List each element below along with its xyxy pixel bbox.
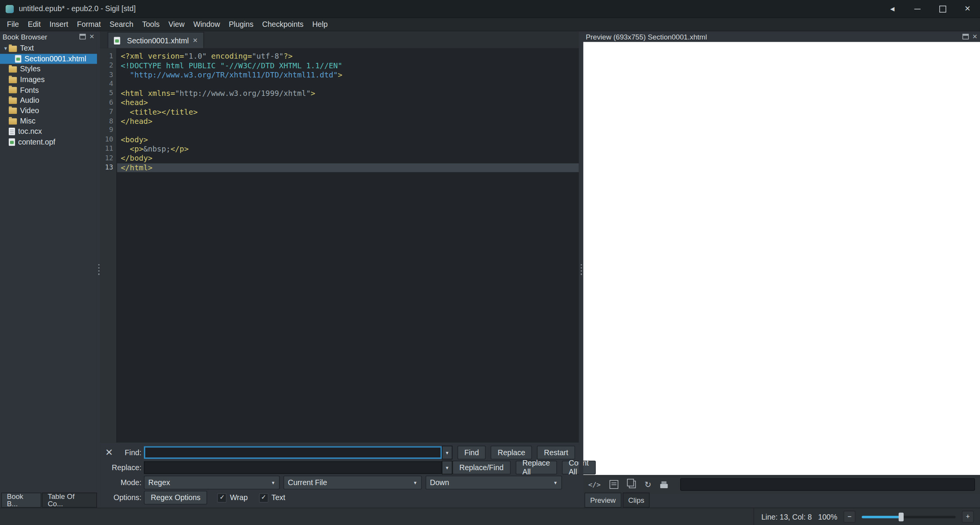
dock-tab-book-browser[interactable]: Book B... xyxy=(1,493,41,508)
code-line[interactable]: <?xml version="1.0" encoding="utf-8"?> xyxy=(117,52,579,61)
code-line[interactable]: <head> xyxy=(117,98,579,107)
left-splitter[interactable] xyxy=(97,31,100,508)
menu-item-search[interactable]: Search xyxy=(105,18,138,31)
options-row: Options: Regex Options ✓ Wrap ✓ Text xyxy=(100,490,579,505)
tree-item-toc-ncx[interactable]: toc.ncx xyxy=(0,126,97,137)
float-panel-icon[interactable] xyxy=(79,34,86,39)
menu-item-plugins[interactable]: Plugins xyxy=(224,18,258,31)
replace-history-dropdown[interactable]: ▼ xyxy=(442,461,452,474)
maximize-button[interactable] xyxy=(930,0,955,18)
text-checkbox-label: Text xyxy=(271,493,285,502)
wrap-checkbox[interactable]: ✓ Wrap xyxy=(217,493,248,502)
scope-combobox[interactable]: Current File ▼ xyxy=(283,476,422,489)
dock-tab-clips[interactable]: Clips xyxy=(623,493,650,508)
float-panel-icon[interactable] xyxy=(962,34,968,39)
code-line[interactable]: <html xmlns="http://www.w3.org/1999/xhtm… xyxy=(117,89,579,98)
text-checkbox[interactable]: ✓ Text xyxy=(259,493,285,502)
tree-item-section0001-xhtml[interactable]: Section0001.xhtml xyxy=(0,54,97,64)
zoom-out-button[interactable]: − xyxy=(844,511,855,523)
code-line[interactable]: </body> xyxy=(117,154,579,163)
direction-combobox[interactable]: Down ▼ xyxy=(426,476,562,489)
editor-tab-section0001[interactable]: Section0001.xhtml ✕ xyxy=(108,32,204,48)
folder-icon xyxy=(9,66,17,72)
tree-item-images[interactable]: Images xyxy=(0,74,97,85)
file-icon xyxy=(9,128,15,135)
code-line[interactable]: <body> xyxy=(117,135,579,145)
tree-item-fonts[interactable]: Fonts xyxy=(0,85,97,95)
regex-options-button[interactable]: Regex Options xyxy=(144,491,207,505)
mode-combobox[interactable]: Regex ▼ xyxy=(144,476,280,489)
xhtml-file-icon xyxy=(114,36,120,44)
find-input[interactable] xyxy=(144,446,442,459)
tree-item-label: toc.ncx xyxy=(18,127,42,136)
editor-tab-label: Section0001.xhtml xyxy=(127,36,189,45)
code-line[interactable]: </html> xyxy=(117,163,579,172)
tree-item-label: Section0001.xhtml xyxy=(25,54,86,63)
tree-item-video[interactable]: Video xyxy=(0,105,97,116)
find-button[interactable]: Find xyxy=(457,446,486,459)
menu-item-help[interactable]: Help xyxy=(308,18,332,31)
tab-close-icon[interactable]: ✕ xyxy=(192,37,198,43)
slider-handle[interactable] xyxy=(899,512,904,521)
code-line[interactable]: </head> xyxy=(117,117,579,126)
folder-icon xyxy=(9,118,17,124)
dock-tab-preview[interactable]: Preview xyxy=(584,493,621,508)
refresh-icon[interactable]: ↻ xyxy=(645,480,651,489)
tree-item-styles[interactable]: Styles xyxy=(0,64,97,74)
code-line[interactable] xyxy=(117,80,579,89)
close-find-replace-button[interactable]: ✕ xyxy=(105,448,113,457)
find-history-dropdown[interactable]: ▼ xyxy=(442,446,452,459)
line-number: 4 xyxy=(100,80,116,89)
replace-input[interactable] xyxy=(144,461,442,474)
close-button[interactable]: ✕ xyxy=(955,0,980,18)
tree-item-audio[interactable]: Audio xyxy=(0,95,97,105)
expand-caret-icon[interactable]: ▾ xyxy=(3,45,9,51)
minimize-button[interactable] xyxy=(905,0,930,18)
folder-icon xyxy=(9,46,17,52)
menu-item-checkpoints[interactable]: Checkpoints xyxy=(258,18,308,31)
tree-item-label: content.opf xyxy=(18,137,55,146)
window-menu-arrow-button[interactable]: ◀ xyxy=(880,0,905,18)
restart-button[interactable]: Restart xyxy=(537,446,575,459)
preview-address-bar[interactable] xyxy=(680,478,975,491)
code-line[interactable]: <title></title> xyxy=(117,107,579,117)
preview-title: Preview (693x755) Section0001.xhtml xyxy=(586,33,707,41)
replace-all-button[interactable]: Replace All xyxy=(515,461,557,474)
tree-item-misc[interactable]: Misc xyxy=(0,116,97,126)
mode-value: Regex xyxy=(148,478,170,487)
direction-value: Down xyxy=(430,478,449,487)
folder-icon xyxy=(9,108,17,114)
code-line[interactable]: <!DOCTYPE html PUBLIC "-//W3C//DTD XHTML… xyxy=(117,61,579,71)
arrow-left-icon: ◀ xyxy=(890,6,894,12)
close-panel-icon[interactable]: ✕ xyxy=(972,33,978,39)
code-line[interactable]: <p>&nbsp;</p> xyxy=(117,145,579,154)
tree-item-content-opf[interactable]: content.opf xyxy=(0,137,97,147)
menu-item-format[interactable]: Format xyxy=(72,18,105,31)
right-splitter[interactable] xyxy=(579,31,583,508)
close-panel-icon[interactable]: ✕ xyxy=(89,33,95,39)
menu-item-view[interactable]: View xyxy=(164,18,189,31)
print-icon[interactable] xyxy=(660,481,668,488)
tree-item-text[interactable]: ▾Text xyxy=(0,43,97,54)
title-bar: untitled.epub* - epub2.0 - Sigil [std] ◀… xyxy=(0,0,980,18)
code-line[interactable]: "http://www.w3.org/TR/xhtml11/DTD/xhtml1… xyxy=(117,71,579,80)
line-number: 6 xyxy=(100,98,116,107)
menu-item-edit[interactable]: Edit xyxy=(23,18,45,31)
menu-item-file[interactable]: File xyxy=(3,18,23,31)
code-line[interactable] xyxy=(117,126,579,135)
replace-button[interactable]: Replace xyxy=(491,446,532,459)
zoom-in-button[interactable]: + xyxy=(962,511,974,523)
replace-find-button[interactable]: Replace/Find xyxy=(452,461,510,474)
inspect-icon[interactable] xyxy=(610,480,618,489)
zoom-slider[interactable] xyxy=(862,512,956,521)
menu-item-insert[interactable]: Insert xyxy=(45,18,73,31)
line-number: 12 xyxy=(100,154,116,163)
code-area[interactable]: <?xml version="1.0" encoding="utf-8"?><!… xyxy=(117,48,579,443)
dock-tab-table-of-contents[interactable]: Table Of Co... xyxy=(42,493,97,508)
minimize-icon xyxy=(914,8,921,9)
copy-icon[interactable] xyxy=(627,481,636,489)
menu-item-window[interactable]: Window xyxy=(189,18,225,31)
code-editor[interactable]: 12345678910111213 <?xml version="1.0" en… xyxy=(100,48,579,443)
code-view-icon[interactable]: </> xyxy=(588,481,600,489)
menu-item-tools[interactable]: Tools xyxy=(138,18,164,31)
